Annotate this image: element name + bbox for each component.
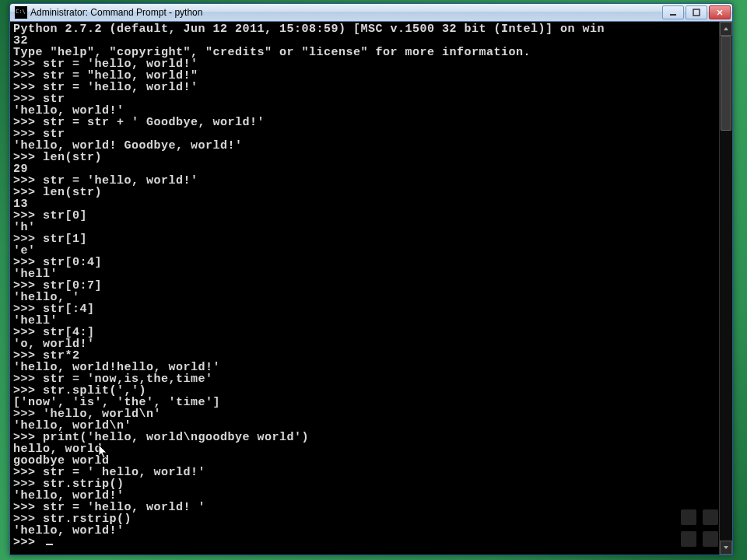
chevron-up-icon xyxy=(723,26,729,31)
titlebar[interactable]: Administrator: Command Prompt - python xyxy=(10,4,732,22)
scroll-up-button[interactable] xyxy=(720,22,732,36)
window-controls xyxy=(662,5,731,19)
scroll-track[interactable] xyxy=(720,36,732,541)
minimize-button[interactable] xyxy=(662,5,684,19)
client-area: Python 2.7.2 (default, Jun 12 2011, 15:0… xyxy=(10,22,732,555)
maximize-button[interactable] xyxy=(686,5,707,19)
close-icon xyxy=(716,9,724,16)
window-title: Administrator: Command Prompt - python xyxy=(30,7,662,18)
chevron-down-icon xyxy=(723,545,729,550)
scroll-thumb[interactable] xyxy=(721,36,731,131)
terminal-output[interactable]: Python 2.7.2 (default, Jun 12 2011, 15:0… xyxy=(10,22,719,555)
command-prompt-window: Administrator: Command Prompt - python P… xyxy=(9,3,733,555)
minimize-icon xyxy=(669,9,677,16)
maximize-icon xyxy=(693,9,700,16)
scroll-down-button[interactable] xyxy=(720,541,732,555)
close-button[interactable] xyxy=(709,5,731,19)
svg-rect-1 xyxy=(693,9,700,16)
vertical-scrollbar[interactable] xyxy=(719,22,732,555)
cmd-icon xyxy=(15,6,27,19)
text-cursor xyxy=(46,544,53,545)
svg-rect-0 xyxy=(670,14,676,16)
